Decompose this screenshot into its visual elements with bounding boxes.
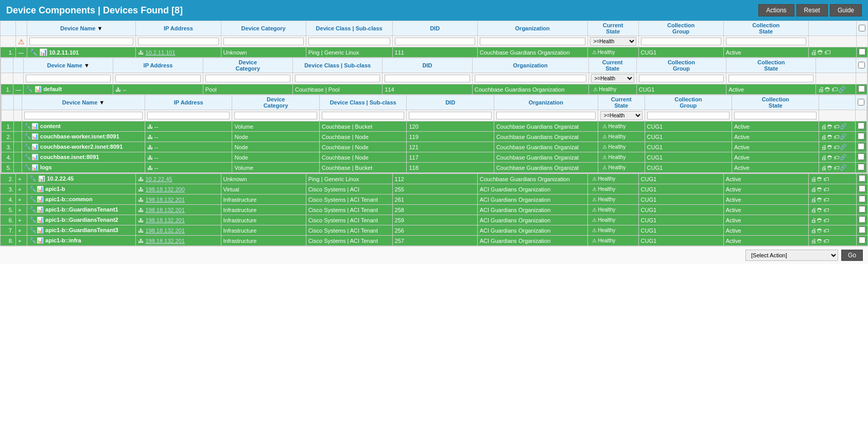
ip-link[interactable]: 10.2.22.45 [145,176,172,182]
nf-name[interactable] [24,73,113,84]
device-name-link[interactable]: apic1-b [45,186,65,192]
deep-state-sort[interactable]: CurrentState [611,96,632,109]
deep-cstate-sort[interactable]: CollectionState [762,96,789,109]
cstate-sort[interactable]: CollectionState [752,22,779,34]
rescue-icon[interactable]: ⛑ [827,144,833,150]
device-name-link[interactable]: logs [40,164,52,170]
row-checkbox[interactable] [859,226,865,233]
expand-icon[interactable]: + [18,217,21,223]
nf-cstate[interactable] [726,73,816,84]
select-all-checkbox[interactable] [859,25,865,31]
row-checkbox-cell[interactable] [857,47,868,58]
df-org-input[interactable] [496,112,596,119]
reset-button[interactable]: Reset [796,4,828,16]
filter-did[interactable] [392,36,477,47]
device-name-link[interactable]: couchbase-worker.isnet:8091 [40,133,119,139]
rescue-icon[interactable]: ⛑ [827,165,833,171]
ip-link[interactable]: 10.2.11.101 [145,49,175,56]
df-did-input[interactable] [409,112,491,119]
cat-sort[interactable]: Device Category [241,25,285,31]
tag-icon[interactable]: 🏷 [823,197,829,203]
print-icon[interactable]: 🖨 [811,186,817,192]
guide-button[interactable]: Guide [830,4,862,16]
nf-cgroup[interactable] [636,73,726,84]
deep-ip-sort[interactable]: IP Address [174,99,203,106]
device-name-link[interactable]: apic1-b::common [45,196,93,202]
tag-icon[interactable]: 🏷 [823,227,829,234]
deep-name-sort[interactable]: Device Name [62,99,98,106]
nested-org-sort[interactable]: Organization [513,62,547,68]
print-icon[interactable]: 🖨 [811,176,817,182]
share-icon[interactable]: 🔗 [840,164,847,171]
nf-ip-input[interactable] [115,75,200,82]
nf-cstate-input[interactable] [728,75,813,82]
rescue-icon[interactable]: ⛑ [818,49,824,56]
tag-icon[interactable]: 🏷 [824,49,830,56]
rescue-icon[interactable]: ⛑ [827,134,833,140]
nested-cat-sort[interactable]: DeviceCategory [236,59,261,72]
filter-state[interactable]: >=Health [587,36,638,47]
filter-cstate-input[interactable] [726,38,806,45]
tag-icon[interactable]: 🏷 [823,217,829,223]
tag-icon[interactable]: 🏷 [834,154,839,161]
filter-name-input[interactable] [29,38,133,45]
row-checkbox[interactable] [858,122,864,129]
share-icon[interactable]: 🔗 [840,123,847,130]
device-name-link[interactable]: apic1-b::infra [45,237,81,243]
nf-name-input[interactable] [26,75,111,82]
row-checkbox[interactable] [859,237,865,243]
tag-icon[interactable]: 🏷 [823,238,829,244]
ip-link[interactable]: 198.18.132.200 [145,186,184,192]
df-state-select[interactable]: >=Health [600,111,643,120]
expand-icon[interactable]: + [18,197,21,203]
tag-icon[interactable]: 🏷 [823,207,829,213]
rescue-icon[interactable]: ⛑ [825,86,831,93]
row-checkbox[interactable] [859,206,865,213]
nested-cstate-sort[interactable]: CollectionState [757,59,785,72]
row-checkbox[interactable] [858,164,864,170]
rescue-icon[interactable]: ⛑ [817,186,823,192]
rescue-icon[interactable]: ⛑ [817,176,823,182]
nf-cgroup-input[interactable] [639,75,724,82]
nested-name-sort[interactable]: Device Name [47,62,82,68]
nf-cat-input[interactable] [205,75,290,82]
device-name-link[interactable]: 10.2.11.101 [49,49,79,56]
print-icon[interactable]: 🖨 [811,197,817,203]
rescue-icon[interactable]: ⛑ [827,154,833,161]
share-icon[interactable]: 🔗 [840,133,847,140]
df-class-input[interactable] [322,112,404,119]
nested-cgroup-sort[interactable]: CollectionGroup [668,59,695,72]
nf-class[interactable] [293,73,383,84]
nf-did-input[interactable] [385,75,470,82]
print-icon[interactable]: 🖨 [821,124,827,130]
nf-cat[interactable] [203,73,292,84]
device-name-link[interactable]: default [43,86,62,92]
row-checkbox[interactable] [859,216,865,223]
share-icon[interactable]: 🔗 [840,154,847,161]
row-checkbox[interactable] [858,143,864,150]
print-icon[interactable]: 🖨 [811,207,817,213]
print-icon[interactable]: 🖨 [821,144,827,150]
rescue-icon[interactable]: ⛑ [817,227,823,234]
deep-select-all[interactable] [858,99,864,106]
row-checkbox-cell[interactable] [856,84,867,95]
device-name-link[interactable]: content [40,123,61,129]
device-name-link[interactable]: 10.2.22.45 [47,175,74,182]
org-sort[interactable]: Organization [515,25,550,31]
deep-cat-sort[interactable]: DeviceCategory [264,96,288,109]
deep-class-sort[interactable]: Device Class | Sub-class [330,99,396,106]
expand-icon[interactable]: + [18,227,21,234]
actions-button[interactable]: Actions [758,4,794,16]
df-name-input[interactable] [24,112,143,119]
rescue-icon[interactable]: ⛑ [817,238,823,244]
share-icon[interactable]: 🔗 [838,86,846,93]
tag-icon[interactable]: 🏷 [834,165,839,171]
deep-cgroup-sort[interactable]: CollectionGroup [674,96,702,109]
nf-org[interactable] [472,73,588,84]
state-sort[interactable]: CurrentState [603,22,623,34]
ip-link[interactable]: 198.18.132.201 [145,207,184,213]
tag-icon[interactable]: 🏷 [834,134,839,140]
expand-icon[interactable]: + [18,238,21,244]
print-icon[interactable]: 🖨 [821,154,827,161]
nested-did-sort[interactable]: DID [423,62,432,68]
